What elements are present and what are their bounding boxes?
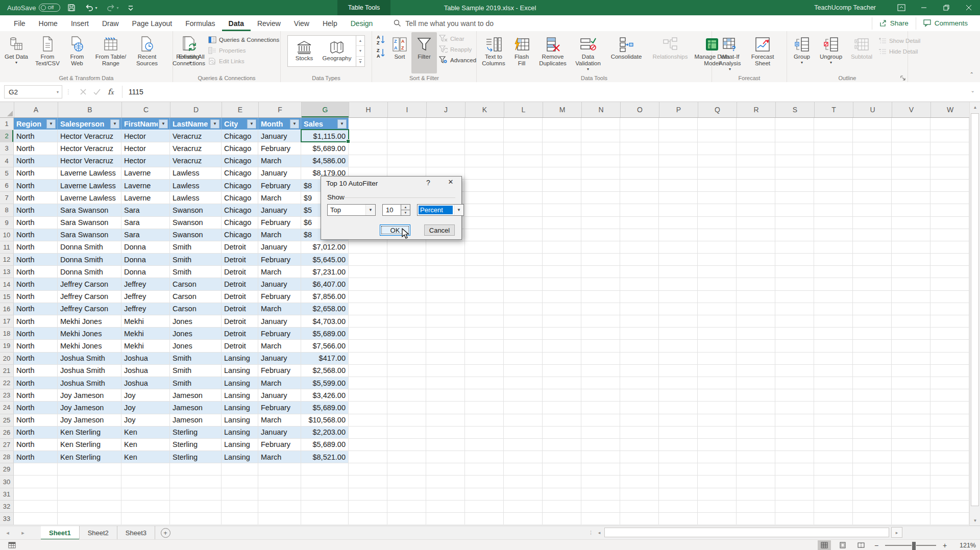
- cell[interactable]: [581, 439, 620, 451]
- dialog-title-bar[interactable]: Top 10 AutoFilter: [321, 177, 461, 190]
- cell[interactable]: Hector: [121, 142, 170, 155]
- cell[interactable]: [620, 241, 659, 254]
- cell[interactable]: [659, 353, 698, 365]
- cell[interactable]: North: [14, 241, 58, 254]
- cell[interactable]: [853, 241, 892, 254]
- cell[interactable]: [853, 217, 892, 229]
- cell[interactable]: Ken Sterling: [58, 427, 121, 439]
- table-header-cell-lastname[interactable]: LastName▼: [170, 118, 222, 130]
- cell[interactable]: [581, 130, 620, 142]
- cell[interactable]: [737, 402, 775, 414]
- from-text-csv-button[interactable]: From Text/CSV: [31, 32, 64, 67]
- tab-file[interactable]: File: [7, 15, 32, 31]
- cell[interactable]: Jameson: [170, 389, 222, 402]
- column-header-T[interactable]: T: [815, 102, 853, 117]
- cell[interactable]: [737, 278, 775, 290]
- cell[interactable]: March: [258, 229, 301, 241]
- cell[interactable]: [892, 278, 930, 290]
- cell[interactable]: [698, 229, 737, 241]
- cell[interactable]: [698, 254, 737, 266]
- cell[interactable]: [620, 463, 659, 476]
- cell[interactable]: [930, 328, 969, 340]
- gallery-more-icon[interactable]: ▼: [356, 57, 364, 66]
- cell[interactable]: [853, 353, 892, 365]
- formula-input[interactable]: 1115: [126, 88, 143, 96]
- cell[interactable]: Jones: [170, 328, 222, 340]
- cell[interactable]: [853, 328, 892, 340]
- cell[interactable]: [465, 278, 504, 290]
- cell[interactable]: [349, 328, 387, 340]
- cell[interactable]: [698, 476, 737, 488]
- cell[interactable]: [581, 241, 620, 254]
- cell[interactable]: Detroit: [222, 266, 258, 278]
- cell[interactable]: [814, 476, 853, 488]
- cell[interactable]: [349, 513, 387, 525]
- cell[interactable]: [581, 278, 620, 290]
- cell[interactable]: [814, 167, 853, 180]
- cell[interactable]: [543, 340, 581, 352]
- cell[interactable]: [222, 476, 258, 488]
- cell[interactable]: [504, 513, 543, 525]
- cell[interactable]: [853, 501, 892, 513]
- cell[interactable]: [930, 278, 969, 290]
- cell[interactable]: North: [14, 315, 58, 328]
- cell[interactable]: [349, 241, 387, 254]
- cell[interactable]: [737, 463, 775, 476]
- cell[interactable]: [892, 130, 930, 142]
- gallery-scroll-down-icon[interactable]: ▼: [356, 46, 364, 56]
- cell[interactable]: [349, 340, 387, 352]
- row-header-27[interactable]: 27: [0, 439, 14, 451]
- cell[interactable]: [387, 513, 426, 525]
- autosave-toggle[interactable]: AutoSave Off: [7, 4, 60, 12]
- table-header-cell-salesperson[interactable]: Salesperson▼: [58, 118, 121, 130]
- cell[interactable]: [222, 488, 258, 501]
- cell[interactable]: Jeffrey Carson: [58, 303, 121, 315]
- cell[interactable]: Sara: [121, 229, 170, 241]
- cell[interactable]: [465, 291, 504, 303]
- row-header-8[interactable]: 8: [0, 204, 14, 216]
- cell[interactable]: [121, 501, 170, 513]
- sheet-tab-sheet1[interactable]: Sheet1: [41, 526, 80, 540]
- cell[interactable]: [930, 439, 969, 451]
- cell[interactable]: [349, 278, 387, 290]
- cell[interactable]: [737, 365, 775, 377]
- cell[interactable]: [853, 130, 892, 142]
- cell[interactable]: [814, 439, 853, 451]
- column-header-O[interactable]: O: [621, 102, 659, 117]
- column-header-G[interactable]: G: [302, 102, 349, 117]
- cell[interactable]: North: [14, 291, 58, 303]
- cell[interactable]: North: [14, 180, 58, 192]
- cell[interactable]: [14, 513, 58, 525]
- column-header-S[interactable]: S: [776, 102, 815, 117]
- row-header-5[interactable]: 5: [0, 167, 14, 180]
- row-header-9[interactable]: 9: [0, 217, 14, 229]
- cell[interactable]: [620, 303, 659, 315]
- cell[interactable]: [814, 229, 853, 241]
- cell[interactable]: [698, 278, 737, 290]
- cell[interactable]: [222, 513, 258, 525]
- cell[interactable]: [737, 217, 775, 229]
- cell[interactable]: January: [258, 427, 301, 439]
- row-header-25[interactable]: 25: [0, 414, 14, 427]
- cell[interactable]: [737, 241, 775, 254]
- cell[interactable]: [258, 501, 301, 513]
- cell[interactable]: [930, 463, 969, 476]
- cell[interactable]: January: [258, 204, 301, 216]
- cell[interactable]: [504, 414, 543, 427]
- row-header-33[interactable]: 33: [0, 513, 14, 525]
- row-header-18[interactable]: 18: [0, 328, 14, 340]
- cell[interactable]: Jeffrey Carson: [58, 278, 121, 290]
- row-header-24[interactable]: 24: [0, 402, 14, 414]
- cell[interactable]: [930, 402, 969, 414]
- page-break-preview-button[interactable]: [854, 540, 868, 550]
- cell[interactable]: [349, 402, 387, 414]
- cell[interactable]: North: [14, 192, 58, 204]
- cell[interactable]: [426, 389, 465, 402]
- cell[interactable]: [387, 451, 426, 463]
- filter-button-month[interactable]: ▼: [290, 119, 299, 129]
- cell[interactable]: [426, 501, 465, 513]
- cell[interactable]: [930, 488, 969, 501]
- cell[interactable]: [504, 389, 543, 402]
- cell[interactable]: [930, 389, 969, 402]
- cell[interactable]: [814, 365, 853, 377]
